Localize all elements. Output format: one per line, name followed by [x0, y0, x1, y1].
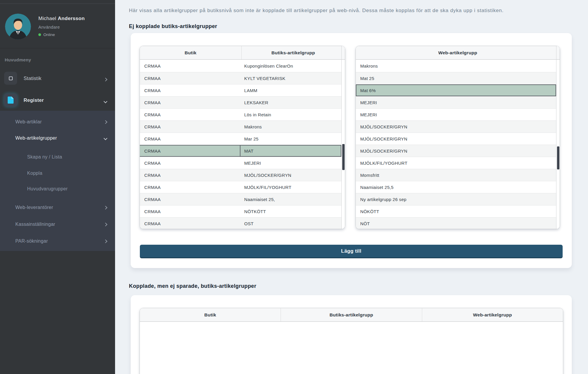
web-artikelgrupp-cell[interactable]: NÖKÖTT [356, 205, 556, 217]
linked-table: Butik Butiks-artikelgrupp Web-artikelgru… [140, 308, 563, 374]
web-artikelgrupp-cell[interactable]: MEJERI [356, 97, 556, 108]
store-table-row[interactable]: CRMAALös in Retain [140, 108, 341, 120]
file-icon [4, 94, 17, 107]
store-table-header: Butik Butiks-artikelgrupp [140, 46, 345, 60]
user-last-name: Andersson [58, 16, 85, 21]
butiks-artikelgrupp-cell[interactable]: OST [240, 218, 341, 229]
store-table-row[interactable]: CRMAAOST [140, 217, 341, 229]
butik-cell[interactable]: CRMAA [140, 84, 240, 96]
butiks-artikelgrupp-cell[interactable]: LEKSAKER [240, 97, 341, 108]
sidebar-item-web-artikelgrupper[interactable]: Web-artikelgrupper [0, 132, 115, 144]
submenu-label: Web-artiklar [15, 119, 42, 125]
butik-cell[interactable]: CRMAA [140, 157, 240, 169]
add-button[interactable]: Lägg till [140, 245, 563, 258]
web-artikelgrupp-cell[interactable]: Makrons [356, 60, 556, 72]
butik-cell[interactable]: CRMAA [140, 218, 240, 229]
store-table-row[interactable]: CRMAALEKSAKER [140, 96, 341, 108]
web-artikelgrupp-cell[interactable]: Naamiaiset 25,5 [356, 181, 556, 193]
butik-cell[interactable]: CRMAA [140, 145, 240, 157]
web-artikelgrupp-cell[interactable]: Momsfritt [356, 169, 556, 181]
web-table-row[interactable]: MJÖL/SOCKER/GRYN [356, 120, 556, 133]
chevron-down-icon [104, 136, 107, 140]
user-status: Online [38, 32, 55, 37]
web-table-row[interactable]: MEJERI [356, 96, 556, 108]
sidebar-item-huvudvarugrupper[interactable]: Huvudvarugrupper [0, 183, 115, 195]
store-table-row[interactable]: CRMAAMAT [140, 145, 341, 157]
sidebar-item-web-leverantorer[interactable]: Web-leverantörer [0, 202, 115, 213]
sidebar-item-label: Register [24, 94, 44, 107]
user-avatar-icon [5, 14, 31, 40]
web-table-row[interactable]: Mat 25 [356, 72, 556, 84]
web-artikelgrupp-cell[interactable]: Ny artikelgrupp 26 sep [356, 193, 556, 205]
web-table-row[interactable]: MJÖL/SOCKER/GRYN [356, 145, 556, 157]
butiks-artikelgrupp-cell[interactable]: MEJERI [240, 157, 341, 169]
web-artikelgrupp-cell[interactable]: MJÖL/SOCKER/GRYN [356, 145, 556, 157]
sidebar-item-kassainstallningar[interactable]: Kassainställningar [0, 218, 115, 230]
web-table-header: Web-artikelgrupp [356, 46, 560, 60]
web-table-row[interactable]: Ny artikelgrupp 26 sep [356, 193, 556, 205]
web-artikelgrupp-cell[interactable]: Mat 25 [356, 72, 556, 84]
butiks-artikelgrupp-cell[interactable]: NÖTKÖTT [240, 205, 341, 217]
butik-cell[interactable]: CRMAA [140, 205, 240, 217]
store-table-row[interactable]: CRMAAKYLT VEGETARISK [140, 72, 341, 84]
column-header-web-artikelgrupp: Web-artikelgrupp [356, 46, 560, 59]
butik-cell[interactable]: CRMAA [140, 60, 240, 72]
web-artikelgrupp-cell[interactable]: MJÖL/SOCKER/GRYN [356, 133, 556, 145]
web-table-scrollbar[interactable] [556, 46, 560, 229]
butik-cell[interactable]: CRMAA [140, 121, 240, 133]
butiks-artikelgrupp-cell[interactable]: LAMM [240, 84, 341, 96]
store-table-row[interactable]: CRMAAMJÖLK/FIL/YOGHURT [140, 181, 341, 193]
store-table-row[interactable]: CRMAAMar 25 [140, 133, 341, 145]
sidebar-item-web-artiklar[interactable]: Web-artiklar [0, 116, 115, 128]
web-artikelgrupp-cell[interactable]: NÖT [356, 218, 556, 229]
butiks-artikelgrupp-cell[interactable]: MJÖL/SOCKER/GRYN [240, 169, 341, 181]
butik-cell[interactable]: CRMAA [140, 169, 240, 181]
web-table-row[interactable]: Momsfritt [356, 169, 556, 181]
web-table-row[interactable]: MJÖLK/FIL/YOGHURT [356, 157, 556, 169]
butik-cell[interactable]: CRMAA [140, 181, 240, 193]
store-table-scrollbar[interactable] [341, 46, 345, 229]
web-table-row[interactable]: MEJERI [356, 108, 556, 120]
butiks-artikelgrupp-cell[interactable]: Kuponginlösen ClearOn [240, 60, 341, 72]
sidebar-item-par-sokningar[interactable]: PAR-sökningar [0, 235, 115, 247]
profile-divider [0, 48, 115, 48]
sidebar-item-koppla[interactable]: Koppla [0, 167, 115, 179]
web-table-row[interactable]: Mat 6% [356, 84, 556, 96]
web-artikelgrupp-cell[interactable]: MEJERI [356, 109, 556, 120]
store-table-row[interactable]: CRMAALAMM [140, 84, 341, 96]
store-table-row[interactable]: CRMAANÖTKÖTT [140, 205, 341, 217]
sidebar-item-statistik[interactable]: Statistik [0, 72, 115, 85]
web-artikelgrupp-cell[interactable]: Mat 6% [356, 84, 556, 96]
sidebar-item-skapa-ny-lista[interactable]: Skapa ny / Lista [0, 151, 115, 163]
butiks-artikelgrupp-cell[interactable]: KYLT VEGETARISK [240, 72, 341, 84]
scrollbar-thumb[interactable] [557, 146, 559, 169]
web-table-row[interactable]: MJÖL/SOCKER/GRYN [356, 133, 556, 145]
store-table-row[interactable]: CRMAAKuponginlösen ClearOn [140, 60, 341, 72]
scrollbar-thumb[interactable] [342, 144, 345, 170]
butik-cell[interactable]: CRMAA [140, 109, 240, 120]
butik-cell[interactable]: CRMAA [140, 133, 240, 145]
sidebar-top-divider [0, 4, 115, 4]
web-table-row[interactable]: NÖT [356, 217, 556, 229]
web-table-row[interactable]: NÖKÖTT [356, 205, 556, 217]
web-artikelgrupp-cell[interactable]: MJÖL/SOCKER/GRYN [356, 121, 556, 133]
sidebar-item-register[interactable]: Register [0, 94, 115, 107]
butiks-artikelgrupp-cell[interactable]: MAT [240, 145, 341, 157]
web-table-row[interactable]: Naamiaiset 25,5 [356, 181, 556, 193]
butik-cell[interactable]: CRMAA [140, 72, 240, 84]
store-table-row[interactable]: CRMAAMJÖL/SOCKER/GRYN [140, 169, 341, 181]
butiks-artikelgrupp-cell[interactable]: Mar 25 [240, 133, 341, 145]
store-table-row[interactable]: CRMAANaamiaiset 25, [140, 193, 341, 205]
store-table-row[interactable]: CRMAAMEJERI [140, 157, 341, 169]
user-role: Användare [38, 25, 60, 30]
web-artikelgrupp-cell[interactable]: MJÖLK/FIL/YOGHURT [356, 157, 556, 169]
butiks-artikelgrupp-cell[interactable]: MJÖLK/FIL/YOGHURT [240, 181, 341, 193]
store-table-row[interactable]: CRMAAMakrons [140, 120, 341, 133]
app-screen: MichaelAndersson Användare Online Huvudm… [0, 0, 588, 374]
butiks-artikelgrupp-cell[interactable]: Lös in Retain [240, 109, 341, 120]
butiks-artikelgrupp-cell[interactable]: Makrons [240, 121, 341, 133]
butik-cell[interactable]: CRMAA [140, 193, 240, 205]
butiks-artikelgrupp-cell[interactable]: Naamiaiset 25, [240, 193, 341, 205]
web-table-row[interactable]: Makrons [356, 60, 556, 72]
butik-cell[interactable]: CRMAA [140, 97, 240, 108]
